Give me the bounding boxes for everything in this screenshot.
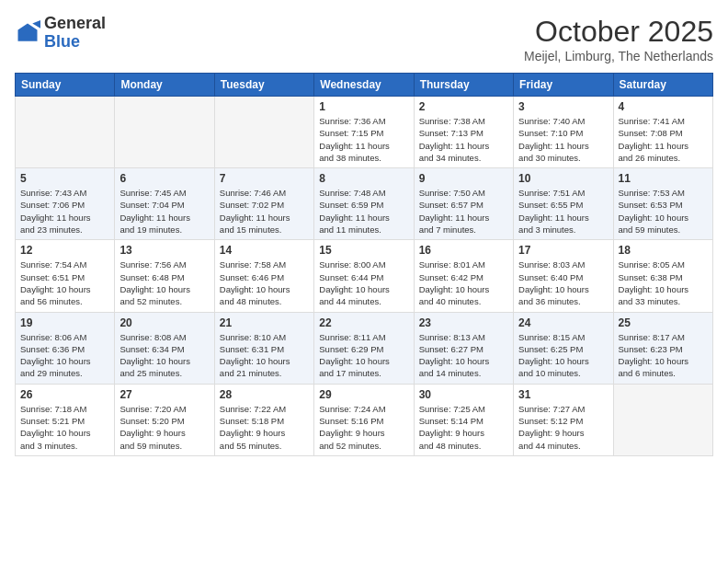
calendar-cell: 2Sunrise: 7:38 AM Sunset: 7:13 PM Daylig… [414, 97, 513, 168]
calendar-cell: 27Sunrise: 7:20 AM Sunset: 5:20 PM Dayli… [115, 384, 214, 455]
weekday-header: Saturday [613, 74, 712, 97]
day-info: Sunrise: 7:56 AM Sunset: 6:48 PM Dayligh… [119, 259, 209, 307]
calendar-cell: 23Sunrise: 8:13 AM Sunset: 6:27 PM Dayli… [414, 312, 513, 384]
day-number: 18 [619, 244, 708, 257]
logo: General Blue [15, 15, 106, 52]
day-info: Sunrise: 7:18 AM Sunset: 5:21 PM Dayligh… [20, 403, 109, 452]
day-number: 16 [419, 244, 508, 257]
logo-blue-text: Blue [44, 32, 80, 51]
logo-general-text: General [44, 14, 106, 32]
calendar-cell: 22Sunrise: 8:11 AM Sunset: 6:29 PM Dayli… [314, 312, 414, 384]
calendar-week-row: 1Sunrise: 7:36 AM Sunset: 7:15 PM Daylig… [16, 97, 713, 168]
calendar-cell: 15Sunrise: 8:00 AM Sunset: 6:44 PM Dayli… [314, 240, 414, 312]
calendar-week-row: 12Sunrise: 7:54 AM Sunset: 6:51 PM Dayli… [16, 240, 713, 312]
day-info: Sunrise: 8:08 AM Sunset: 6:34 PM Dayligh… [119, 331, 209, 380]
calendar-cell [214, 97, 313, 168]
day-number: 29 [319, 388, 408, 401]
day-number: 13 [119, 244, 209, 257]
day-info: Sunrise: 7:54 AM Sunset: 6:51 PM Dayligh… [20, 259, 109, 307]
calendar-cell: 10Sunrise: 7:51 AM Sunset: 6:55 PM Dayli… [514, 168, 613, 240]
calendar-week-row: 26Sunrise: 7:18 AM Sunset: 5:21 PM Dayli… [16, 384, 713, 455]
day-info: Sunrise: 7:25 AM Sunset: 5:14 PM Dayligh… [419, 403, 508, 452]
calendar-cell: 5Sunrise: 7:43 AM Sunset: 7:06 PM Daylig… [16, 168, 115, 240]
calendar-cell: 17Sunrise: 8:03 AM Sunset: 6:40 PM Dayli… [514, 240, 613, 312]
day-number: 20 [119, 316, 209, 329]
svg-marker-1 [32, 20, 40, 29]
day-number: 9 [419, 172, 508, 185]
day-info: Sunrise: 7:20 AM Sunset: 5:20 PM Dayligh… [119, 403, 209, 452]
day-info: Sunrise: 7:45 AM Sunset: 7:04 PM Dayligh… [119, 187, 209, 236]
day-number: 14 [220, 244, 309, 257]
day-info: Sunrise: 7:36 AM Sunset: 7:15 PM Dayligh… [319, 115, 408, 164]
day-info: Sunrise: 7:58 AM Sunset: 6:46 PM Dayligh… [220, 259, 309, 307]
day-number: 26 [20, 388, 109, 401]
day-number: 27 [119, 388, 209, 401]
calendar-cell: 4Sunrise: 7:41 AM Sunset: 7:08 PM Daylig… [613, 97, 712, 168]
day-number: 5 [20, 172, 109, 185]
calendar-cell: 26Sunrise: 7:18 AM Sunset: 5:21 PM Dayli… [16, 384, 115, 455]
calendar-cell [613, 384, 712, 455]
day-number: 21 [220, 316, 309, 329]
day-info: Sunrise: 7:46 AM Sunset: 7:02 PM Dayligh… [220, 187, 309, 236]
calendar: SundayMondayTuesdayWednesdayThursdayFrid… [15, 73, 713, 456]
day-info: Sunrise: 7:41 AM Sunset: 7:08 PM Dayligh… [619, 115, 708, 164]
calendar-cell [16, 97, 115, 168]
calendar-week-row: 5Sunrise: 7:43 AM Sunset: 7:06 PM Daylig… [16, 168, 713, 240]
day-number: 8 [319, 172, 408, 185]
calendar-cell: 7Sunrise: 7:46 AM Sunset: 7:02 PM Daylig… [214, 168, 313, 240]
day-number: 4 [619, 100, 708, 113]
calendar-week-row: 19Sunrise: 8:06 AM Sunset: 6:36 PM Dayli… [16, 312, 713, 384]
calendar-cell: 12Sunrise: 7:54 AM Sunset: 6:51 PM Dayli… [16, 240, 115, 312]
day-info: Sunrise: 7:22 AM Sunset: 5:18 PM Dayligh… [220, 403, 309, 452]
svg-marker-0 [18, 23, 38, 40]
day-info: Sunrise: 8:11 AM Sunset: 6:29 PM Dayligh… [319, 331, 408, 380]
location: Meijel, Limburg, The Netherlands [524, 49, 713, 63]
day-info: Sunrise: 7:53 AM Sunset: 6:53 PM Dayligh… [619, 187, 708, 236]
day-info: Sunrise: 7:38 AM Sunset: 7:13 PM Dayligh… [419, 115, 508, 164]
calendar-cell: 21Sunrise: 8:10 AM Sunset: 6:31 PM Dayli… [214, 312, 313, 384]
day-info: Sunrise: 7:50 AM Sunset: 6:57 PM Dayligh… [419, 187, 508, 236]
calendar-cell: 13Sunrise: 7:56 AM Sunset: 6:48 PM Dayli… [115, 240, 214, 312]
day-number: 10 [518, 172, 608, 185]
day-number: 6 [119, 172, 209, 185]
month-title: October 2025 [524, 15, 713, 49]
calendar-cell: 25Sunrise: 8:17 AM Sunset: 6:23 PM Dayli… [613, 312, 712, 384]
calendar-cell: 14Sunrise: 7:58 AM Sunset: 6:46 PM Dayli… [214, 240, 313, 312]
calendar-cell: 1Sunrise: 7:36 AM Sunset: 7:15 PM Daylig… [314, 97, 414, 168]
calendar-cell: 30Sunrise: 7:25 AM Sunset: 5:14 PM Dayli… [414, 384, 513, 455]
calendar-header-row: SundayMondayTuesdayWednesdayThursdayFrid… [16, 74, 713, 97]
day-info: Sunrise: 8:03 AM Sunset: 6:40 PM Dayligh… [518, 259, 608, 307]
day-number: 22 [319, 316, 408, 329]
calendar-cell [115, 97, 214, 168]
logo-icon [15, 20, 40, 46]
day-number: 25 [619, 316, 708, 329]
weekday-header: Wednesday [314, 74, 414, 97]
day-number: 31 [518, 388, 608, 401]
calendar-cell: 19Sunrise: 8:06 AM Sunset: 6:36 PM Dayli… [16, 312, 115, 384]
day-number: 30 [419, 388, 508, 401]
calendar-cell: 20Sunrise: 8:08 AM Sunset: 6:34 PM Dayli… [115, 312, 214, 384]
day-number: 3 [518, 100, 608, 113]
weekday-header: Sunday [16, 74, 115, 97]
calendar-cell: 28Sunrise: 7:22 AM Sunset: 5:18 PM Dayli… [214, 384, 313, 455]
calendar-cell: 3Sunrise: 7:40 AM Sunset: 7:10 PM Daylig… [514, 97, 613, 168]
day-number: 23 [419, 316, 508, 329]
day-info: Sunrise: 7:48 AM Sunset: 6:59 PM Dayligh… [319, 187, 408, 236]
calendar-cell: 31Sunrise: 7:27 AM Sunset: 5:12 PM Dayli… [514, 384, 613, 455]
day-info: Sunrise: 8:15 AM Sunset: 6:25 PM Dayligh… [518, 331, 608, 380]
title-block: October 2025 Meijel, Limburg, The Nether… [524, 15, 713, 63]
day-number: 17 [518, 244, 608, 257]
calendar-cell: 6Sunrise: 7:45 AM Sunset: 7:04 PM Daylig… [115, 168, 214, 240]
day-number: 1 [319, 100, 408, 113]
calendar-cell: 18Sunrise: 8:05 AM Sunset: 6:38 PM Dayli… [613, 240, 712, 312]
day-number: 2 [419, 100, 508, 113]
day-number: 24 [518, 316, 608, 329]
calendar-cell: 24Sunrise: 8:15 AM Sunset: 6:25 PM Dayli… [514, 312, 613, 384]
day-info: Sunrise: 8:05 AM Sunset: 6:38 PM Dayligh… [619, 259, 708, 307]
day-info: Sunrise: 7:51 AM Sunset: 6:55 PM Dayligh… [518, 187, 608, 236]
page-header: General Blue October 2025 Meijel, Limbur… [15, 15, 713, 63]
day-info: Sunrise: 8:06 AM Sunset: 6:36 PM Dayligh… [20, 331, 109, 380]
day-info: Sunrise: 8:10 AM Sunset: 6:31 PM Dayligh… [220, 331, 309, 380]
day-info: Sunrise: 7:43 AM Sunset: 7:06 PM Dayligh… [20, 187, 109, 236]
weekday-header: Tuesday [214, 74, 313, 97]
